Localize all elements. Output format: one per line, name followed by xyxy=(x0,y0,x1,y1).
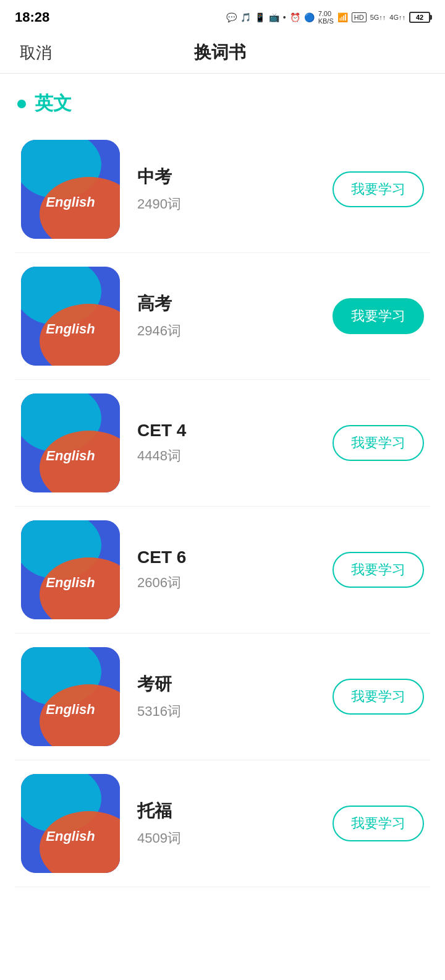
page-title: 换词书 xyxy=(194,41,246,64)
4g-icon: 4G↑↑ xyxy=(389,14,405,21)
book-icon: English xyxy=(21,393,120,492)
chat-icon: 📱 xyxy=(255,12,265,22)
learn-button[interactable]: 我要学习 xyxy=(333,552,424,588)
learn-button[interactable]: 我要学习 xyxy=(333,425,424,461)
book-word-count: 5316词 xyxy=(137,702,320,721)
section-title: 英文 xyxy=(35,91,72,116)
music-icon: 🎵 xyxy=(240,12,251,22)
nav-bar: 取消 换词书 xyxy=(0,32,445,74)
svg-text:English: English xyxy=(46,575,95,590)
wechat-icon: 💬 xyxy=(226,12,237,22)
learn-button[interactable]: 我要学习 xyxy=(333,298,424,334)
book-info: 高考2946词 xyxy=(120,292,333,340)
book-info: 中考2490词 xyxy=(120,165,333,213)
book-name: 考研 xyxy=(137,673,320,696)
book-icon: English xyxy=(21,647,120,746)
bluetooth-icon: 🔵 xyxy=(304,12,315,22)
alarm-icon: ⏰ xyxy=(290,12,300,22)
book-word-count: 2946词 xyxy=(137,322,320,340)
book-info: 托福4509词 xyxy=(120,799,333,848)
list-item: English 考研5316词我要学习 xyxy=(15,634,430,760)
battery-icon: 42 xyxy=(409,12,430,23)
speed-icon: 7.00KB/S xyxy=(318,10,334,25)
book-icon: English xyxy=(21,267,120,366)
learn-button[interactable]: 我要学习 xyxy=(333,171,424,207)
svg-text:English: English xyxy=(46,448,95,463)
list-item: English CET 44448词我要学习 xyxy=(15,380,430,507)
book-list: English 中考2490词我要学习 English 高考2946词我要学习 … xyxy=(0,126,445,887)
dot-icon: • xyxy=(283,12,286,22)
book-word-count: 2490词 xyxy=(137,195,320,213)
svg-text:English: English xyxy=(46,702,95,717)
list-item: English 中考2490词我要学习 xyxy=(15,126,430,253)
cancel-button[interactable]: 取消 xyxy=(20,42,52,64)
book-word-count: 4448词 xyxy=(137,447,320,465)
book-name: CET 6 xyxy=(137,548,320,567)
video-icon: 📺 xyxy=(269,12,279,22)
section-dot xyxy=(17,100,26,108)
hd-icon: HD xyxy=(352,12,367,22)
svg-text:English: English xyxy=(46,194,95,210)
book-info: 考研5316词 xyxy=(120,673,333,721)
book-info: CET 44448词 xyxy=(120,421,333,465)
list-item: English 高考2946词我要学习 xyxy=(15,253,430,380)
section-header: 英文 xyxy=(0,74,445,126)
book-name: 托福 xyxy=(137,799,320,823)
wifi-icon: 📶 xyxy=(337,12,348,22)
svg-text:English: English xyxy=(46,828,95,844)
svg-text:English: English xyxy=(46,321,95,337)
learn-button[interactable]: 我要学习 xyxy=(333,806,424,841)
book-name: CET 4 xyxy=(137,421,320,441)
book-info: CET 62606词 xyxy=(120,548,333,592)
5g-icon: 5G↑↑ xyxy=(370,14,386,21)
list-item: English 托福4509词我要学习 xyxy=(15,760,430,887)
book-icon: English xyxy=(21,140,120,239)
status-bar: 18:28 💬 🎵 📱 📺 • ⏰ 🔵 7.00KB/S 📶 HD 5G↑↑ 4… xyxy=(0,0,445,32)
list-item: English CET 62606词我要学习 xyxy=(15,507,430,634)
book-icon: English xyxy=(21,774,120,873)
status-icons: 💬 🎵 📱 📺 • ⏰ 🔵 7.00KB/S 📶 HD 5G↑↑ 4G↑↑ 42 xyxy=(226,10,430,25)
book-icon: English xyxy=(21,520,120,619)
book-word-count: 2606词 xyxy=(137,574,320,592)
book-name: 中考 xyxy=(137,165,320,189)
book-name: 高考 xyxy=(137,292,320,316)
status-time: 18:28 xyxy=(15,9,49,25)
learn-button[interactable]: 我要学习 xyxy=(333,679,424,715)
book-word-count: 4509词 xyxy=(137,829,320,848)
